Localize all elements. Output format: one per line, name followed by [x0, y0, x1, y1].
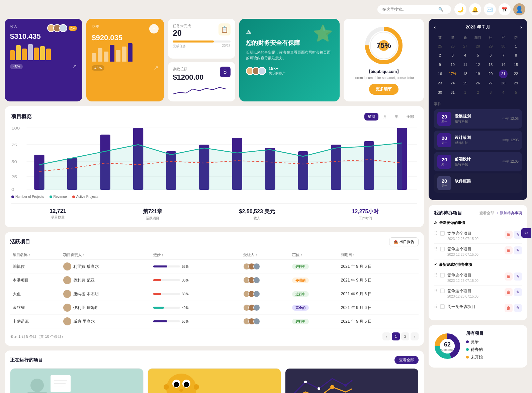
- expense-amount: $920.035: [92, 33, 159, 42]
- cal-day-26b[interactable]: 26: [472, 79, 484, 87]
- moon-icon-btn[interactable]: 🌙: [454, 3, 466, 15]
- todo-edit-1[interactable]: ✎: [514, 231, 522, 239]
- svg-point-44: [330, 385, 334, 389]
- cal-day-4[interactable]: 4: [459, 51, 471, 60]
- mail-icon-btn[interactable]: ✉️: [484, 3, 496, 15]
- events-label: 事件: [434, 101, 522, 106]
- chart-tab-year[interactable]: 年: [391, 113, 402, 121]
- cal-day-3b[interactable]: 3: [484, 88, 497, 97]
- cal-day-4b[interactable]: 4: [497, 88, 509, 97]
- todo-edit-4[interactable]: ✎: [514, 288, 522, 296]
- cal-day-28a[interactable]: 28: [472, 42, 484, 51]
- calendar-icon-btn[interactable]: 📅: [499, 3, 511, 15]
- cal-day-7[interactable]: 7: [497, 51, 509, 60]
- todo-edit-3[interactable]: ✎: [514, 272, 522, 281]
- todo-edit-5[interactable]: ✎: [514, 304, 522, 312]
- todo-drag-4[interactable]: ⠿: [434, 288, 437, 294]
- todo-delete-4[interactable]: 🗑: [505, 288, 513, 296]
- chart-tab-week[interactable]: 星期: [364, 113, 378, 121]
- cal-day-11[interactable]: 11: [459, 61, 471, 69]
- cal-day-3[interactable]: 3: [447, 51, 459, 60]
- cal-day-22[interactable]: 22: [510, 70, 522, 78]
- cal-day-19[interactable]: 19: [472, 70, 484, 78]
- ring-detail-btn[interactable]: 更多细节: [369, 84, 398, 95]
- chart-tab-month[interactable]: 月: [380, 113, 390, 121]
- user-avatar[interactable]: 👤: [513, 3, 525, 15]
- cal-day-1[interactable]: 1: [510, 42, 522, 51]
- cal-next-btn[interactable]: ›: [520, 24, 522, 30]
- todo-item-2: ⠿ 竞争这个项目 2023-12-26 07:15:00 🗑 ✎: [434, 244, 522, 259]
- todo-text-area-4: 竞争这个项目 2023-12-26 07:15:00: [447, 288, 502, 298]
- cal-day-5[interactable]: 5: [472, 51, 484, 60]
- cal-day-25b[interactable]: 25: [459, 79, 471, 87]
- cal-day-21-today[interactable]: 21: [499, 70, 508, 78]
- cal-day-28b[interactable]: 28: [497, 79, 509, 87]
- todo-drag-2[interactable]: ⠿: [434, 246, 437, 252]
- cal-day-5b[interactable]: 5: [510, 88, 522, 97]
- cal-day-26a[interactable]: 26: [447, 42, 459, 51]
- cal-day-17[interactable]: 17号: [447, 70, 459, 78]
- todo-text-area-2: 竞争这个项目 2023-12-26 07:15:00: [447, 246, 502, 256]
- todo-delete-5[interactable]: 🗑: [505, 304, 513, 312]
- svg-text:0: 0: [11, 188, 14, 191]
- todo-check-2[interactable]: [440, 247, 445, 251]
- expense-add-btn[interactable]: +: [149, 24, 159, 33]
- todo-delete-2[interactable]: 🗑: [505, 246, 513, 254]
- cal-day-10[interactable]: 10: [447, 61, 459, 69]
- gear-btn[interactable]: ⚙: [521, 228, 531, 238]
- stat-revenue-label: 收入: [239, 216, 275, 221]
- cal-day-31[interactable]: 31: [447, 88, 459, 97]
- search-input[interactable]: [382, 7, 436, 12]
- cal-day-29a[interactable]: 29: [484, 42, 497, 51]
- todo-drag-3[interactable]: ⠿: [434, 272, 437, 278]
- cal-prev-btn[interactable]: ‹: [434, 24, 436, 30]
- cal-day-18[interactable]: 18: [459, 70, 471, 78]
- td-progress: 30%: [151, 287, 241, 301]
- tasks-progress-bar: [173, 41, 230, 43]
- cal-title: 2023 年 7 月: [466, 24, 490, 30]
- cal-day-30[interactable]: 30: [434, 88, 446, 97]
- page-1-btn[interactable]: 1: [392, 332, 400, 340]
- todo-drag-5[interactable]: ⠿: [434, 304, 437, 309]
- event-date-day-2: 周一: [439, 141, 450, 145]
- cal-day-30a[interactable]: 30: [497, 42, 509, 51]
- prev-page-btn[interactable]: ‹: [382, 332, 390, 340]
- todo-view-all-link[interactable]: 查看全部: [479, 211, 494, 216]
- cal-day-14[interactable]: 14: [497, 61, 509, 69]
- cal-day-2[interactable]: 2: [434, 51, 446, 60]
- cal-day-15[interactable]: 15: [510, 61, 522, 69]
- export-btn[interactable]: 📤 出口报告: [389, 237, 419, 246]
- todo-check-5[interactable]: [440, 304, 445, 309]
- cal-day-24[interactable]: 24: [447, 79, 459, 87]
- cal-day-20[interactable]: 20: [484, 70, 497, 78]
- cal-day-16[interactable]: 16: [434, 70, 446, 78]
- revenue-label: 收入: [10, 24, 17, 29]
- cal-day-2b[interactable]: 2: [472, 88, 484, 97]
- chart-tab-all[interactable]: 全部: [403, 113, 417, 121]
- cal-day-9[interactable]: 9: [434, 61, 446, 69]
- cal-header-tu: 途: [459, 34, 471, 42]
- todo-delete-3[interactable]: 🗑: [505, 272, 513, 281]
- page-2-btn[interactable]: 2: [401, 332, 409, 340]
- table-row: 大鱼 唐纳德·本杰明 30%: [10, 287, 419, 301]
- cal-day-8[interactable]: 8: [510, 51, 522, 60]
- cal-day-6[interactable]: 6: [484, 51, 497, 60]
- todo-edit-2[interactable]: ✎: [514, 246, 522, 254]
- cal-day-25a[interactable]: 25: [434, 42, 446, 51]
- next-page-btn[interactable]: ›: [411, 332, 419, 340]
- todo-delete-1[interactable]: 🗑: [505, 231, 513, 239]
- view-all-running-btn[interactable]: 查看全部: [394, 356, 419, 364]
- cal-day-27b[interactable]: 27: [484, 79, 497, 87]
- cal-day-27a[interactable]: 27: [459, 42, 471, 51]
- todo-add-link[interactable]: + 添加待办事项: [497, 211, 522, 216]
- cal-day-12[interactable]: 12: [472, 61, 484, 69]
- todo-check-1[interactable]: [440, 231, 445, 236]
- cal-day-29b[interactable]: 29: [510, 79, 522, 87]
- bell-icon-btn[interactable]: 🔔: [469, 3, 481, 15]
- cal-day-23[interactable]: 23: [434, 79, 446, 87]
- todo-check-3[interactable]: [440, 273, 445, 278]
- todo-drag-1[interactable]: ⠿: [434, 231, 437, 236]
- todo-check-4[interactable]: [440, 289, 445, 293]
- cal-day-1b[interactable]: 1: [459, 88, 471, 97]
- cal-day-13[interactable]: 13: [484, 61, 497, 69]
